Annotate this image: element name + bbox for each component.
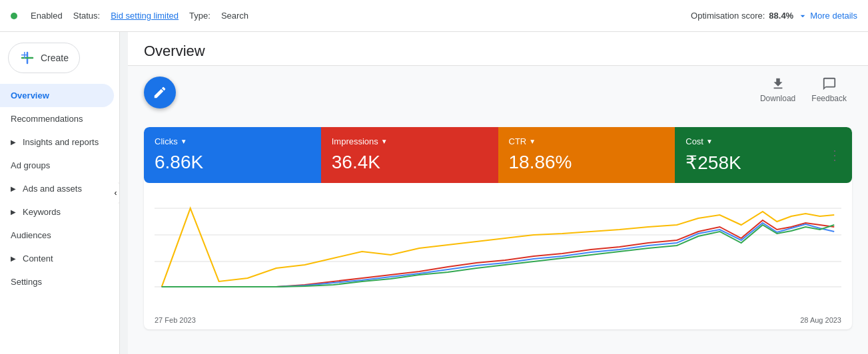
metric-clicks: Clicks ▼ 6.86K xyxy=(144,127,321,183)
chevron-down-icon xyxy=(797,11,808,21)
download-icon xyxy=(771,77,785,91)
main-layout: Create Overview Recommendations ▶ Insigh… xyxy=(0,32,868,354)
status-link[interactable]: Bid setting limited xyxy=(111,11,179,21)
feedback-label: Feedback xyxy=(811,94,847,103)
performance-chart xyxy=(155,188,841,295)
metric-ctr: CTR ▼ 18.86% xyxy=(498,127,675,183)
date-labels: 27 Feb 2023 28 Aug 2023 xyxy=(144,313,852,329)
chart-svg-wrapper xyxy=(144,183,852,313)
sidebar-item-content-label: Content xyxy=(23,254,53,264)
impressions-label: Impressions ▼ xyxy=(332,136,488,146)
sidebar-item-settings[interactable]: Settings xyxy=(0,270,114,293)
sidebar-item-recommendations[interactable]: Recommendations xyxy=(0,107,114,130)
impressions-value: 36.4K xyxy=(332,152,488,173)
end-date: 28 Aug 2023 xyxy=(800,316,841,324)
sidebar-item-audiences-label: Audiences xyxy=(11,230,51,240)
create-icon xyxy=(19,50,35,66)
sidebar: Create Overview Recommendations ▶ Insigh… xyxy=(0,32,120,354)
sidebar-item-overview-label: Overview xyxy=(11,90,49,100)
sidebar-item-recommendations-label: Recommendations xyxy=(11,114,83,124)
sidebar-item-ads-assets[interactable]: ▶ Ads and assets xyxy=(0,177,114,200)
sidebar-item-content[interactable]: ▶ Content xyxy=(0,247,114,270)
sidebar-item-insights[interactable]: ▶ Insights and reports xyxy=(0,130,114,154)
download-button[interactable]: Download xyxy=(760,77,795,103)
chevron-right-icon-2: ▶ xyxy=(11,185,16,192)
chevron-right-icon-3: ▶ xyxy=(11,208,16,216)
overview-header: Overview xyxy=(128,32,868,66)
type-value: Search xyxy=(221,11,248,21)
metrics-row: Clicks ▼ 6.86K Impressions ▼ 36.4K xyxy=(144,127,852,183)
chart-toolbar: Download Feedback xyxy=(760,77,852,103)
cost-arrow-icon: ▼ xyxy=(706,138,713,145)
cost-value: ₹258K xyxy=(685,152,841,174)
impressions-arrow-icon: ▼ xyxy=(381,138,388,145)
type-prefix: Type: xyxy=(189,11,211,21)
sidebar-item-audiences[interactable]: Audiences xyxy=(0,224,114,247)
status-prefix: Status: xyxy=(73,11,100,21)
clicks-arrow-icon: ▼ xyxy=(181,138,187,145)
sidebar-item-ad-groups[interactable]: Ad groups xyxy=(0,154,114,177)
chart-container: Clicks ▼ 6.86K Impressions ▼ 36.4K xyxy=(144,127,852,329)
plus-icon xyxy=(19,50,35,66)
feedback-button[interactable]: Feedback xyxy=(811,77,847,103)
chart-area: 27 Feb 2023 28 Aug 2023 xyxy=(144,183,852,329)
sidebar-item-settings-label: Settings xyxy=(11,277,42,287)
page-title: Overview xyxy=(144,43,205,59)
feedback-icon xyxy=(822,77,837,91)
enabled-label: Enabled xyxy=(31,11,63,21)
create-button[interactable]: Create xyxy=(8,43,80,73)
sidebar-item-keywords[interactable]: ▶ Keywords xyxy=(0,200,114,224)
sidebar-item-keywords-label: Keywords xyxy=(23,207,61,217)
chevron-right-icon-4: ▶ xyxy=(11,255,16,262)
clicks-label: Clicks ▼ xyxy=(155,136,310,146)
more-details-link[interactable]: More details xyxy=(797,11,857,21)
cost-label: Cost ▼ xyxy=(685,136,841,146)
clicks-value: 6.86K xyxy=(155,152,310,173)
top-bar: Enabled Status: Bid setting limited Type… xyxy=(0,0,868,32)
start-date: 27 Feb 2023 xyxy=(155,316,196,324)
three-dot-menu[interactable]: ⋮ xyxy=(825,144,844,166)
sidebar-item-adgroups-label: Ad groups xyxy=(11,160,50,170)
ctr-arrow-icon: ▼ xyxy=(529,138,536,145)
download-label: Download xyxy=(760,94,795,103)
chevron-right-icon: ▶ xyxy=(11,138,16,146)
ctr-value: 18.86% xyxy=(509,152,665,173)
sidebar-collapse-button[interactable]: ‹ xyxy=(112,182,120,204)
ctr-label: CTR ▼ xyxy=(509,136,665,146)
sidebar-item-ads-label: Ads and assets xyxy=(23,184,82,194)
edit-fab-button[interactable] xyxy=(144,77,176,108)
edit-icon xyxy=(153,85,167,100)
overview-body: Download Feedback Clicks xyxy=(128,66,868,340)
opt-score-section: Optimisation score: 88.4% More details xyxy=(691,11,857,21)
metric-impressions: Impressions ▼ 36.4K xyxy=(321,127,498,183)
opt-score-prefix: Optimisation score: xyxy=(691,11,765,21)
sidebar-item-overview[interactable]: Overview xyxy=(0,84,114,107)
content-area: Overview Download xyxy=(128,32,868,354)
create-label: Create xyxy=(41,53,69,63)
opt-score-value: 88.4% xyxy=(769,11,793,21)
enabled-dot xyxy=(11,13,17,19)
sidebar-item-insights-label: Insights and reports xyxy=(23,137,99,147)
